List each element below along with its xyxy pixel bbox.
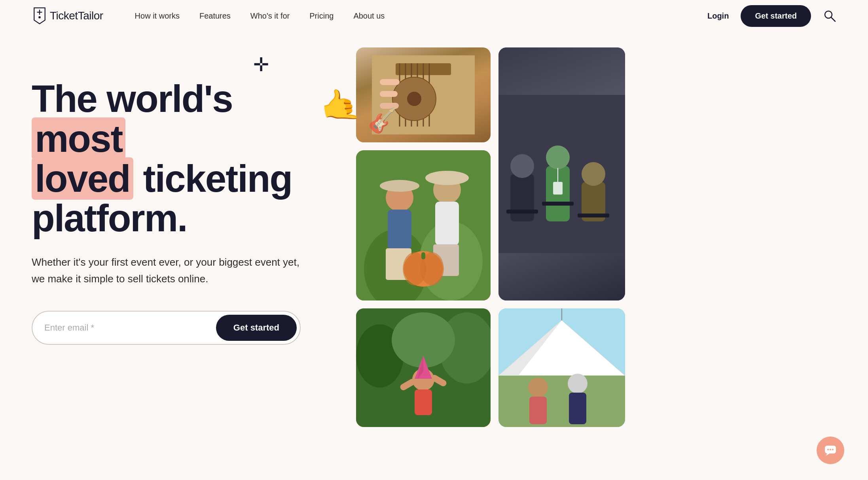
logo[interactable]: TicketTailor: [32, 7, 103, 25]
svg-point-22: [582, 162, 605, 186]
search-button[interactable]: [823, 9, 836, 23]
svg-rect-47: [498, 376, 625, 427]
party-photo: [356, 308, 491, 427]
hero-subtitle: Whether it's your first event ever, or y…: [32, 254, 301, 287]
svg-rect-59: [415, 389, 432, 415]
svg-rect-42: [421, 252, 425, 259]
logo-icon: [32, 7, 47, 25]
nav-link-whos-it-for[interactable]: Who's it for: [250, 11, 290, 21]
svg-marker-65: [826, 454, 830, 456]
hero-images: 🤙: [332, 47, 836, 480]
svg-point-36: [425, 171, 469, 185]
image-festival: [498, 308, 625, 427]
svg-point-67: [830, 449, 831, 450]
svg-point-32: [380, 180, 419, 192]
image-party: [356, 308, 491, 427]
svg-rect-17: [510, 174, 534, 221]
form-submit-button[interactable]: Get started: [216, 315, 297, 341]
svg-rect-49: [529, 397, 547, 424]
hero-title-part1: The world's: [32, 77, 233, 120]
festival-illustration: [498, 308, 625, 427]
svg-rect-27: [578, 214, 609, 217]
email-form: Get started: [32, 311, 301, 345]
conference-photo: [498, 47, 625, 300]
svg-rect-14: [380, 91, 398, 97]
email-input[interactable]: [44, 323, 212, 333]
svg-rect-26: [542, 202, 574, 206]
svg-rect-15: [380, 103, 399, 109]
svg-point-68: [832, 449, 834, 450]
svg-point-0: [38, 16, 41, 19]
nav-link-how-it-works[interactable]: How it works: [135, 11, 180, 21]
svg-point-18: [510, 154, 534, 178]
guitar-photo: [356, 47, 491, 142]
svg-point-48: [528, 378, 548, 397]
party-illustration: [356, 308, 491, 427]
svg-point-50: [568, 374, 588, 393]
nav-link-pricing[interactable]: Pricing: [309, 11, 334, 21]
pumpkin-photo: [356, 150, 491, 300]
hero-title-highlight2: loved: [32, 157, 133, 200]
hero-left: ✛ The world's most loved ticketing platf…: [32, 47, 332, 345]
image-guitar: [356, 47, 491, 142]
chat-bubble[interactable]: [817, 437, 844, 464]
logo-text: TicketTailor: [50, 9, 103, 22]
get-started-nav-button[interactable]: Get started: [741, 5, 811, 27]
svg-rect-23: [553, 182, 563, 195]
login-button[interactable]: Login: [707, 11, 729, 21]
conference-illustration: [498, 95, 625, 253]
navbar: TicketTailor How it works Features Who's…: [0, 0, 868, 32]
svg-rect-25: [506, 210, 538, 214]
hero-title: The world's most loved ticketing platfor…: [32, 79, 332, 238]
chat-icon: [823, 443, 838, 457]
svg-line-2: [831, 17, 835, 21]
hero-title-part4: platform.: [32, 197, 187, 239]
svg-rect-51: [569, 393, 586, 424]
svg-point-12: [407, 92, 421, 106]
hero-title-part3: ticketing: [133, 157, 292, 200]
hero-section: ✛ The world's most loved ticketing platf…: [0, 32, 868, 480]
search-icon: [823, 9, 836, 23]
svg-rect-37: [435, 202, 459, 245]
svg-point-66: [827, 449, 829, 450]
nav-right: Login Get started: [707, 5, 836, 27]
svg-rect-33: [388, 210, 411, 249]
image-pumpkin: [356, 150, 491, 300]
image-conference: [498, 47, 625, 300]
nav-link-features[interactable]: Features: [199, 11, 231, 21]
svg-point-20: [546, 146, 570, 169]
plus-decoration: ✛: [253, 55, 269, 74]
svg-rect-13: [380, 79, 400, 85]
guitar-illustration: [372, 55, 475, 134]
hand-decoration: 🤙: [318, 84, 363, 127]
nav-link-about-us[interactable]: About us: [353, 11, 385, 21]
nav-links: How it works Features Who's it for Prici…: [135, 11, 707, 21]
pumpkin-illustration: [356, 150, 491, 300]
hero-title-highlight1: most: [32, 117, 125, 160]
festival-photo: [498, 308, 625, 427]
